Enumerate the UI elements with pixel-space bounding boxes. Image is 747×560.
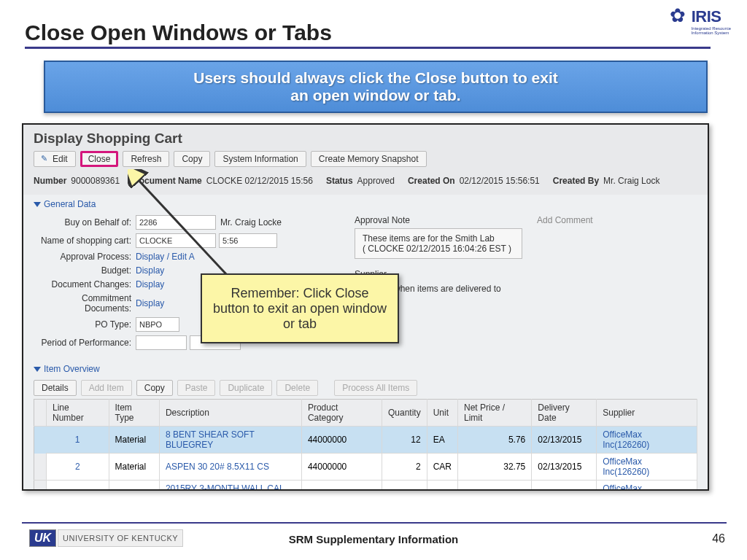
cell-unit: EA — [427, 481, 457, 491]
app-title: Display Shopping Cart — [34, 131, 697, 147]
pencil-icon — [42, 155, 50, 163]
cell-supplier[interactable]: OfficeMax Inc(126260) — [597, 481, 697, 491]
number-label: Number — [34, 176, 66, 186]
svg-line-0 — [136, 178, 237, 286]
cart-name-label: Name of shopping cart: — [34, 236, 136, 246]
cell-price: 32.75 — [458, 454, 532, 481]
cell-unit: EA — [427, 427, 457, 454]
approval-note-title: Approval Note — [355, 215, 522, 225]
general-data-header[interactable]: General Data — [23, 195, 708, 212]
status-label: Status — [326, 176, 353, 186]
add-item-button[interactable]: Add Item — [81, 380, 132, 396]
col-product-category[interactable]: Product Category — [301, 400, 382, 427]
table-row[interactable]: 2MaterialASPEN 30 20# 8.5X11 CS440000002… — [34, 454, 697, 481]
table-row[interactable]: 3Material2015RY 3-MONTH WALL CAL 12X2744… — [34, 481, 697, 491]
period-label: Period of Performance: — [34, 338, 136, 348]
slide-title: Close Open Windows or Tabs — [25, 20, 711, 49]
callout-box: Remember: Click Close button to exit an … — [201, 273, 399, 343]
cell-line-number[interactable]: 1 — [47, 427, 109, 454]
cell-unit: CAR — [427, 454, 457, 481]
approval-note-box: These items are for the Smith Lab ( CLOC… — [355, 228, 522, 259]
cell-item-type: Material — [109, 454, 159, 481]
cell-supplier[interactable]: OfficeMax Inc(126260) — [597, 454, 697, 481]
main-toolbar: Edit Close Refresh Copy System Informati… — [34, 151, 697, 167]
budget-label: Budget: — [34, 265, 136, 276]
approval-note-line2: ( CLOCKE 02/12/2015 16:04:26 EST ) — [363, 244, 514, 254]
created-by-label: Created By — [553, 176, 599, 186]
logo-sub2: Information System — [692, 31, 731, 35]
process-all-items-button[interactable]: Process All Items — [334, 380, 417, 396]
buy-on-behalf-label: Buy on Behalf of: — [34, 217, 136, 228]
cell-description[interactable]: 2015RY 3-MONTH WALL CAL 12X27 — [159, 481, 301, 491]
supplier-title: Supplier — [355, 269, 697, 279]
po-type-input[interactable] — [136, 317, 179, 332]
cell-line-number[interactable]: 3 — [47, 481, 109, 491]
cell-price: 5.67 — [458, 481, 532, 491]
row-select-cell[interactable] — [34, 454, 47, 481]
cell-item-type: Material — [109, 427, 159, 454]
cell-delivery-date: 02/13/2015 — [532, 454, 597, 481]
chevron-down-icon — [34, 202, 41, 207]
refresh-button[interactable]: Refresh — [123, 151, 169, 167]
page-number: 46 — [712, 532, 725, 545]
col-delivery-date[interactable]: Delivery Date — [532, 400, 597, 427]
callout-text: Remember: Click Close button to exit an … — [212, 286, 387, 332]
iris-logo: IRIS Integrated Resource Information Sys… — [668, 7, 731, 35]
col-item-type[interactable]: Item Type — [109, 400, 159, 427]
approval-process-label: Approval Process: — [34, 252, 136, 262]
cell-category: 44000000 — [301, 427, 382, 454]
cell-category: 44000000 — [301, 454, 382, 481]
period-from-input[interactable] — [136, 335, 187, 350]
cell-description[interactable]: ASPEN 30 20# 8.5X11 CS — [159, 454, 301, 481]
cell-item-type: Material — [109, 481, 159, 491]
number-value: 9000089361 — [71, 176, 120, 186]
items-table: Line Number Item Type Description Produc… — [34, 399, 697, 491]
po-type-label: PO Type: — [34, 319, 136, 330]
banner-line1: Users should always click the Close butt… — [193, 69, 557, 86]
delete-button[interactable]: Delete — [276, 380, 318, 396]
duplicate-button[interactable]: Duplicate — [220, 380, 272, 396]
banner-line2: an open window or tab. — [290, 87, 460, 104]
created-by-value: Mr. Craig Lock — [603, 176, 659, 186]
detail-copy-button[interactable]: Copy — [136, 380, 173, 396]
cell-price: 5.76 — [458, 427, 532, 454]
select-column-header[interactable] — [34, 400, 47, 427]
system-information-button[interactable]: System Information — [214, 151, 306, 167]
create-memory-snapshot-button[interactable]: Create Memory Snapshot — [311, 151, 427, 167]
commitment-docs-label: Commitment Documents: — [34, 293, 136, 314]
cell-quantity: 2 — [382, 454, 427, 481]
col-line-number[interactable]: Line Number — [47, 400, 109, 427]
col-supplier[interactable]: Supplier — [597, 400, 697, 427]
cell-delivery-date: 02/13/2015 — [532, 481, 597, 491]
status-value: Approved — [357, 176, 395, 186]
cell-supplier[interactable]: OfficeMax Inc(126260) — [597, 427, 697, 454]
cell-delivery-date: 02/13/2015 — [532, 427, 597, 454]
footer-rule — [22, 522, 727, 524]
cell-description[interactable]: 8 BENT SHEAR SOFT BLUEGREY — [159, 427, 301, 454]
instruction-banner: Users should always click the Close butt… — [44, 61, 708, 113]
add-comment-link[interactable]: Add Comment — [537, 215, 593, 225]
row-select-cell[interactable] — [34, 481, 47, 491]
col-description[interactable]: Description — [159, 400, 301, 427]
col-quantity[interactable]: Quantity — [382, 400, 427, 427]
app-header: Display Shopping Cart Edit Close Refresh… — [23, 125, 708, 195]
detail-toolbar: Details Add Item Copy Paste Duplicate De… — [23, 377, 708, 399]
close-button[interactable]: Close — [80, 151, 119, 167]
copy-button[interactable]: Copy — [174, 151, 210, 167]
paste-button[interactable]: Paste — [177, 380, 216, 396]
footer-title: SRM Supplementary Information — [0, 533, 747, 545]
table-header-row: Line Number Item Type Description Produc… — [34, 400, 697, 427]
table-row[interactable]: 1Material8 BENT SHEAR SOFT BLUEGREY44000… — [34, 427, 697, 454]
cell-quantity: 12 — [382, 427, 427, 454]
cell-line-number[interactable]: 2 — [47, 454, 109, 481]
created-on-value: 02/12/2015 15:56:51 — [460, 176, 540, 186]
doc-changes-label: Document Changes: — [34, 279, 136, 289]
chevron-down-icon — [34, 367, 41, 372]
created-on-label: Created On — [408, 176, 455, 186]
col-net-price[interactable]: Net Price / Limit — [458, 400, 532, 427]
edit-button[interactable]: Edit — [34, 151, 76, 167]
item-overview-header[interactable]: Item Overview — [23, 359, 708, 377]
col-unit[interactable]: Unit — [427, 400, 457, 427]
row-selected-marker — [34, 427, 47, 454]
details-button[interactable]: Details — [34, 380, 77, 396]
